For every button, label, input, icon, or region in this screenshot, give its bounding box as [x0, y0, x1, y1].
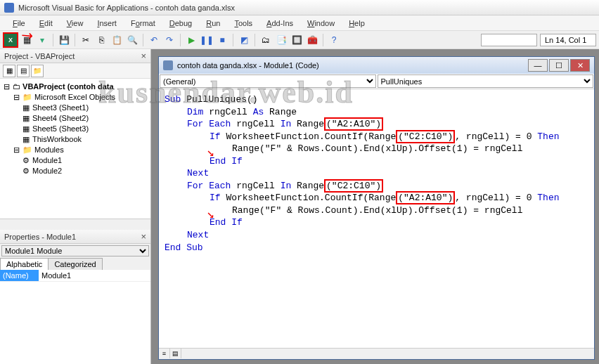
- project-tree: ⊟🗀 VBAProject (contoh data ⊟📁 Microsoft …: [0, 79, 150, 219]
- property-key: (Name): [0, 270, 39, 281]
- menu-tools[interactable]: Tools: [227, 17, 259, 30]
- tree-module[interactable]: ⚙Module1: [1, 155, 149, 166]
- procedure-view-icon[interactable]: ≡: [159, 349, 170, 358]
- mdi-area: contoh data ganda.xlsx - Module1 (Code) …: [151, 49, 599, 364]
- code-editor[interactable]: Sub PullUniques() Dim rngCell As Range F…: [159, 89, 594, 348]
- tree-sheet[interactable]: ▦Sheet4 (Sheet2): [1, 113, 149, 124]
- tree-module[interactable]: ⚙Module2: [1, 166, 149, 176]
- insert-dropdown-icon[interactable]: ▾: [35, 33, 49, 47]
- project-explorer-icon[interactable]: 🗂: [259, 33, 273, 47]
- tree-sheet[interactable]: ▦Sheet5 (Sheet3): [1, 124, 149, 134]
- toggle-folders-icon[interactable]: 📁: [31, 65, 44, 77]
- run-icon[interactable]: ▶: [184, 33, 198, 47]
- maximize-icon[interactable]: ☐: [549, 59, 569, 72]
- find-icon[interactable]: 🔍: [125, 33, 139, 47]
- view-code-icon[interactable]: ▦: [3, 65, 15, 77]
- tree-excel-objects[interactable]: ⊟📁 Microsoft Excel Objects: [1, 92, 149, 103]
- close-panel-icon[interactable]: ×: [141, 51, 146, 61]
- menu-format[interactable]: Format: [124, 17, 162, 30]
- undo-icon[interactable]: ↶: [147, 33, 161, 47]
- project-toolbar: ▦ ▤ 📁: [0, 63, 150, 79]
- properties-panel-title: Properties - Module1: [4, 233, 76, 241]
- window-title: Microsoft Visual Basic for Applications …: [18, 4, 235, 12]
- app-icon: [4, 3, 14, 13]
- menu-addins[interactable]: Add-Ins: [259, 17, 300, 30]
- tree-workbook[interactable]: ▦ThisWorkbook: [1, 134, 149, 145]
- redo-icon[interactable]: ↷: [162, 33, 176, 47]
- project-panel-title: Project - VBAProject: [4, 52, 75, 60]
- copy-icon[interactable]: ⎘: [94, 33, 108, 47]
- toolbar: X ▦ ▾ 💾 ✂ ⎘ 📋 🔍 ↶ ↷ ▶ ❚❚ ■ ◩ 🗂 📑 🔲 🧰 ? L…: [0, 31, 599, 49]
- menu-help[interactable]: Help: [342, 17, 372, 30]
- save-icon[interactable]: 💾: [57, 33, 71, 47]
- separator: [323, 34, 323, 46]
- tree-modules[interactable]: ⊟📁 Modules: [1, 145, 149, 155]
- property-value[interactable]: Module1: [39, 270, 150, 281]
- separator: [143, 34, 143, 46]
- menu-view[interactable]: View: [60, 17, 91, 30]
- minimize-icon[interactable]: —: [528, 59, 548, 72]
- help-icon[interactable]: ?: [327, 33, 341, 47]
- separator: [75, 34, 75, 46]
- module-icon: [163, 60, 173, 70]
- separator: [233, 34, 233, 46]
- code-window-titlebar[interactable]: contoh data ganda.xlsx - Module1 (Code) …: [159, 57, 594, 74]
- menu-bar: File Edit View Insert Format Debug Run T…: [0, 15, 599, 31]
- annotation-arrow: ↘: [207, 206, 214, 223]
- design-mode-icon[interactable]: ◩: [237, 33, 251, 47]
- cursor-position: Ln 14, Col 1: [540, 34, 596, 46]
- menu-edit[interactable]: Edit: [32, 17, 60, 30]
- cut-icon[interactable]: ✂: [79, 33, 93, 47]
- view-object-icon[interactable]: ▤: [17, 65, 30, 77]
- full-module-view-icon[interactable]: ▤: [170, 349, 181, 358]
- procedure-combo[interactable]: PullUniques: [378, 74, 594, 88]
- paste-icon[interactable]: 📋: [110, 33, 124, 47]
- annotation-arrow: ↘: [207, 144, 214, 161]
- property-row[interactable]: (Name) Module1: [0, 270, 150, 282]
- tree-sheet[interactable]: ▦Sheet3 (Sheet1): [1, 103, 149, 113]
- close-panel-icon[interactable]: ×: [141, 231, 146, 242]
- tab-categorized[interactable]: Categorized: [48, 258, 102, 270]
- title-bar: Microsoft Visual Basic for Applications …: [0, 0, 599, 15]
- menu-insert[interactable]: Insert: [90, 17, 124, 30]
- code-window: contoh data ganda.xlsx - Module1 (Code) …: [158, 56, 595, 360]
- code-window-title: contoh data ganda.xlsx - Module1 (Code): [177, 61, 319, 70]
- tab-alphabetic[interactable]: Alphabetic: [0, 258, 49, 270]
- search-input[interactable]: [481, 34, 537, 46]
- code-window-footer: ≡ ▤: [159, 348, 594, 359]
- object-select[interactable]: Module1 Module: [1, 245, 149, 256]
- properties-icon[interactable]: 📑: [274, 33, 288, 47]
- menu-debug[interactable]: Debug: [162, 17, 199, 30]
- view-excel-icon[interactable]: X: [3, 32, 18, 48]
- tree-root[interactable]: ⊟🗀 VBAProject (contoh data: [1, 82, 149, 92]
- properties-panel-header: Properties - Module1 ×: [0, 230, 150, 244]
- separator: [180, 34, 181, 46]
- toolbox-icon[interactable]: 🧰: [305, 33, 319, 47]
- project-panel-header: Project - VBAProject ×: [0, 49, 150, 63]
- menu-run[interactable]: Run: [199, 17, 227, 30]
- menu-window[interactable]: Window: [300, 17, 342, 30]
- close-icon[interactable]: ✕: [570, 59, 590, 72]
- separator: [53, 34, 53, 46]
- object-browser-icon[interactable]: 🔲: [290, 33, 304, 47]
- object-combo[interactable]: (General): [160, 74, 376, 88]
- scroll-strip[interactable]: [0, 219, 150, 230]
- break-icon[interactable]: ❚❚: [200, 33, 214, 47]
- separator: [255, 34, 255, 46]
- reset-icon[interactable]: ■: [215, 33, 229, 47]
